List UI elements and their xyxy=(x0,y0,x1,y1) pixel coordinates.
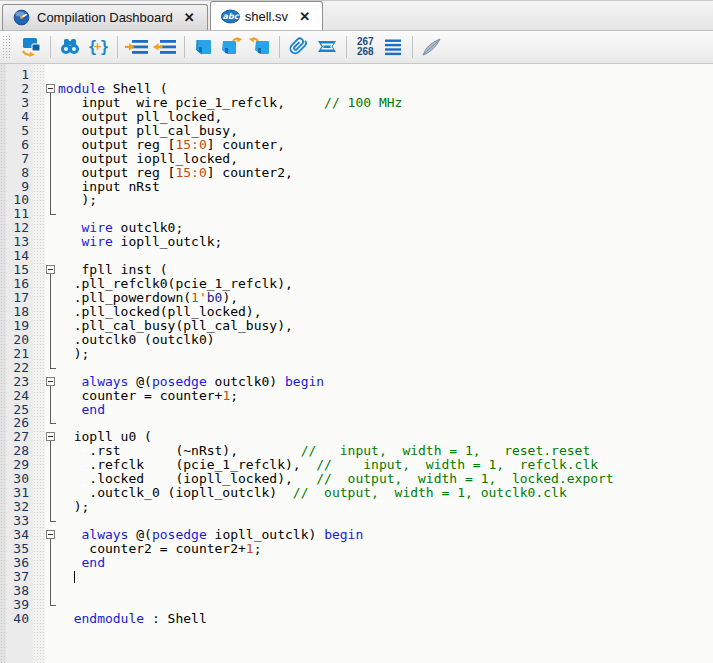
code-line[interactable]: 35 counter2 = counter2+1; xyxy=(0,542,713,556)
tab-shell-sv[interactable]: abc shell.sv ✕ xyxy=(210,1,323,30)
code-text[interactable]: end xyxy=(57,556,105,570)
code-line[interactable]: 6 output reg [15:0] counter, xyxy=(0,138,713,152)
code-text[interactable] xyxy=(57,570,75,584)
code-line[interactable]: 33 xyxy=(0,514,713,528)
code-text[interactable]: ); xyxy=(57,193,97,207)
code-line[interactable]: 17 .pll_powerdown(1'b0), xyxy=(0,291,713,305)
code-text[interactable]: counter = counter+1; xyxy=(57,389,238,403)
code-text[interactable]: fpll inst ( xyxy=(57,263,168,277)
code-text[interactable] xyxy=(57,584,58,598)
tab-compilation-dashboard[interactable]: Compilation Dashboard ✕ xyxy=(2,4,208,30)
fold-toggle-icon[interactable] xyxy=(46,265,55,274)
code-line[interactable]: 3 input wire pcie_1_refclk, // 100 MHz xyxy=(0,96,713,110)
toggle-bookmark-icon[interactable] xyxy=(190,34,218,60)
menu-lines-icon[interactable] xyxy=(379,34,407,60)
insert-template-icon[interactable]: { } + xyxy=(84,34,112,60)
code-line[interactable]: 1 xyxy=(0,68,713,82)
code-text[interactable] xyxy=(57,361,58,375)
code-line[interactable]: 16 .pll_refclk0(pcie_1_refclk), xyxy=(0,277,713,291)
code-line[interactable]: 20 .outclk0 (outclk0) xyxy=(0,333,713,347)
quill-icon[interactable] xyxy=(418,34,446,60)
code-text[interactable]: .pll_cal_busy(pll_cal_busy), xyxy=(57,319,293,333)
code-line[interactable]: 19 .pll_cal_busy(pll_cal_busy), xyxy=(0,319,713,333)
code-line[interactable]: 37 xyxy=(0,570,713,584)
code-line[interactable]: 7 output iopll_locked, xyxy=(0,152,713,166)
code-text[interactable]: .locked (iopll_locked), // output, width… xyxy=(57,472,614,486)
code-text[interactable]: .outclk_0 (iopll_outclk) // output, widt… xyxy=(57,486,567,500)
code-text[interactable] xyxy=(57,514,58,528)
unindent-icon[interactable] xyxy=(151,34,179,60)
code-text[interactable]: .outclk0 (outclk0) xyxy=(57,333,215,347)
code-line[interactable]: 23 always @(posedge outclk0) begin xyxy=(0,375,713,389)
code-line[interactable]: 26 xyxy=(0,416,713,430)
next-bookmark-icon[interactable] xyxy=(218,34,246,60)
code-text[interactable]: ); xyxy=(57,500,89,514)
toolbar-drag-handle[interactable] xyxy=(2,35,11,59)
code-line[interactable]: 36 end xyxy=(0,556,713,570)
code-line[interactable]: 27 iopll u0 ( xyxy=(0,430,713,444)
code-text[interactable] xyxy=(57,207,58,221)
code-text[interactable]: counter2 = counter2+1; xyxy=(57,542,262,556)
code-text[interactable]: ); xyxy=(57,347,89,361)
code-line[interactable]: 13 wire iopll_outclk; xyxy=(0,235,713,249)
code-text[interactable]: always @(posedge iopll_outclk) begin xyxy=(57,528,363,542)
code-text[interactable]: .refclk (pcie_1_refclk), // input, width… xyxy=(57,458,598,472)
code-text[interactable] xyxy=(57,249,58,263)
code-text[interactable] xyxy=(57,416,58,430)
code-line[interactable]: 28 .rst (~nRst), // input, width = 1, re… xyxy=(0,444,713,458)
attach-icon[interactable] xyxy=(285,34,313,60)
code-line[interactable]: 12 wire outclk0; xyxy=(0,221,713,235)
code-text[interactable]: wire outclk0; xyxy=(57,221,183,235)
code-text[interactable]: wire iopll_outclk; xyxy=(57,235,222,249)
code-text[interactable]: output pll_locked, xyxy=(57,110,222,124)
code-line[interactable]: 29 .refclk (pcie_1_refclk), // input, wi… xyxy=(0,458,713,472)
fold-toggle-icon[interactable] xyxy=(46,530,55,539)
fold-toggle-icon[interactable] xyxy=(46,84,55,93)
code-line[interactable]: 31 .outclk_0 (iopll_outclk) // output, w… xyxy=(0,486,713,500)
code-text[interactable]: end xyxy=(57,403,105,417)
code-text[interactable]: .pll_locked(pll_locked), xyxy=(57,305,262,319)
code-text[interactable]: output reg [15:0] counter, xyxy=(57,138,285,152)
code-line[interactable]: 11 xyxy=(0,207,713,221)
code-line[interactable]: 39 xyxy=(0,598,713,612)
code-text[interactable]: input wire pcie_1_refclk, // 100 MHz xyxy=(57,96,402,110)
code-line[interactable]: 21 ); xyxy=(0,347,713,361)
fold-toggle-icon[interactable] xyxy=(46,432,55,441)
code-line[interactable]: 4 output pll_locked, xyxy=(0,110,713,124)
close-icon[interactable]: ✕ xyxy=(299,9,310,24)
code-line[interactable]: 32 ); xyxy=(0,500,713,514)
banner-icon[interactable] xyxy=(313,34,341,60)
fold-toggle-icon[interactable] xyxy=(46,377,55,386)
code-text[interactable]: .pll_powerdown(1'b0), xyxy=(57,291,238,305)
code-line[interactable]: 14 xyxy=(0,249,713,263)
code-text[interactable]: iopll u0 ( xyxy=(57,430,152,444)
code-line[interactable]: 15 fpll inst ( xyxy=(0,263,713,277)
sync-editor-icon[interactable] xyxy=(17,34,45,60)
code-line[interactable]: 2module Shell ( xyxy=(0,82,713,96)
indent-icon[interactable] xyxy=(123,34,151,60)
code-text[interactable]: .pll_refclk0(pcie_1_refclk), xyxy=(57,277,293,291)
code-text[interactable]: output reg [15:0] counter2, xyxy=(57,166,293,180)
code-line[interactable]: 22 xyxy=(0,361,713,375)
code-text[interactable]: output pll_cal_busy, xyxy=(57,124,238,138)
code-line[interactable]: 18 .pll_locked(pll_locked), xyxy=(0,305,713,319)
code-text[interactable]: input nRst xyxy=(57,180,160,194)
code-line[interactable]: 10 ); xyxy=(0,193,713,207)
code-text[interactable]: output iopll_locked, xyxy=(57,152,238,166)
code-text[interactable] xyxy=(57,68,58,82)
code-line[interactable]: 34 always @(posedge iopll_outclk) begin xyxy=(0,528,713,542)
code-line[interactable]: 24 counter = counter+1; xyxy=(0,389,713,403)
code-line[interactable]: 8 output reg [15:0] counter2, xyxy=(0,166,713,180)
code-text[interactable] xyxy=(57,598,58,612)
code-line[interactable]: 40 endmodule : Shell xyxy=(0,612,713,626)
code-text[interactable]: .rst (~nRst), // input, width = 1, reset… xyxy=(57,444,590,458)
code-text[interactable]: module Shell ( xyxy=(57,82,168,96)
code-text[interactable]: always @(posedge outclk0) begin xyxy=(57,375,324,389)
code-editor[interactable]: 12module Shell (3 input wire pcie_1_refc… xyxy=(0,64,713,663)
code-line[interactable]: 38 xyxy=(0,584,713,598)
previous-bookmark-icon[interactable] xyxy=(246,34,274,60)
code-line[interactable]: 30 .locked (iopll_locked), // output, wi… xyxy=(0,472,713,486)
code-text[interactable]: endmodule : Shell xyxy=(57,612,207,626)
code-line[interactable]: 5 output pll_cal_busy, xyxy=(0,124,713,138)
code-line[interactable]: 25 end xyxy=(0,403,713,417)
